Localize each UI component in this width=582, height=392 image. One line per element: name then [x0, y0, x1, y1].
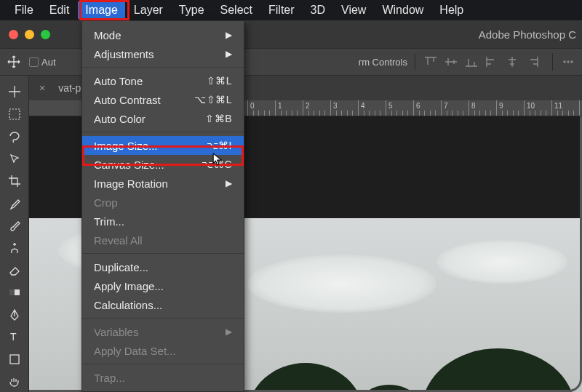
- ruler-tick: 9: [496, 100, 497, 116]
- menu-item-shortcut: ⇧⌘L: [207, 75, 232, 87]
- menu-window[interactable]: Window: [375, 1, 431, 19]
- menu-item-label: Image Size...: [94, 140, 158, 152]
- menu-item-reveal-all: Reveal All: [82, 231, 244, 249]
- menu-filter[interactable]: Filter: [261, 1, 302, 19]
- eyedropper-tool[interactable]: [4, 193, 25, 214]
- menu-item-trim[interactable]: Trim...: [82, 212, 244, 231]
- ruler-tick: 5: [386, 100, 386, 116]
- crop-tool[interactable]: [4, 171, 25, 192]
- traffic-lights: [9, 30, 50, 39]
- menu-item-shortcut: ⌥⇧⌘L: [194, 94, 232, 105]
- menu-edit[interactable]: Edit: [42, 1, 77, 19]
- menu-item-label: Crop: [94, 196, 118, 209]
- align-left-icon[interactable]: [484, 55, 500, 68]
- minimize-window-button[interactable]: [25, 30, 34, 39]
- menu-item-label: Apply Image...: [94, 280, 164, 292]
- menu-item-trap: Trap...: [82, 368, 244, 387]
- menu-item-duplicate[interactable]: Duplicate...: [82, 257, 244, 276]
- svg-point-0: [564, 61, 565, 63]
- menu-item-label: Apply Data Set...: [94, 345, 176, 357]
- align-hcenter-icon[interactable]: [504, 55, 520, 68]
- menu-item-label: Auto Contrast: [94, 94, 161, 106]
- eraser-tool[interactable]: [4, 260, 25, 281]
- zoom-window-button[interactable]: [41, 30, 50, 39]
- submenu-arrow-icon: ▶: [226, 30, 232, 40]
- menu-view[interactable]: View: [334, 1, 373, 19]
- move-tool[interactable]: [4, 81, 25, 103]
- menu-item-apply-data-set: Apply Data Set...: [82, 341, 244, 360]
- lasso-tool[interactable]: [4, 126, 25, 147]
- auto-select-checkbox[interactable]: Aut: [29, 57, 56, 68]
- move-tool-icon[interactable]: [6, 54, 22, 70]
- menu-item-shortcut: ⇧⌘B: [205, 113, 232, 124]
- align-bottom-icon[interactable]: [463, 55, 479, 68]
- tab-filename[interactable]: vat-p: [58, 82, 81, 94]
- close-window-button[interactable]: [9, 30, 18, 39]
- menu-item-auto-color[interactable]: Auto Color⇧⌘B: [82, 109, 244, 128]
- hand-tool[interactable]: [4, 371, 25, 392]
- menu-item-label: Auto Tone: [94, 75, 143, 87]
- ruler-tick: 10: [524, 100, 525, 116]
- menu-item-mode[interactable]: Mode▶: [82, 25, 244, 44]
- menu-item-auto-tone[interactable]: Auto Tone⇧⌘L: [82, 71, 244, 90]
- menu-type[interactable]: Type: [172, 1, 212, 19]
- window-title: Adobe Photoshop C: [479, 28, 576, 41]
- menu-item-image-rotation[interactable]: Image Rotation▶: [82, 174, 244, 193]
- menu-item-calculations[interactable]: Calculations...: [82, 295, 244, 314]
- menu-image[interactable]: Image: [78, 1, 124, 19]
- menu-item-label: Adjustments: [94, 48, 154, 60]
- menu-item-label: Trim...: [94, 215, 124, 228]
- ruler-tick: 11: [551, 100, 552, 116]
- menu-item-label: Image Rotation: [94, 177, 168, 190]
- marquee-tool[interactable]: [4, 104, 25, 125]
- image-menu-dropdown: Mode▶Adjustments▶Auto Tone⇧⌘LAuto Contra…: [81, 20, 244, 392]
- submenu-arrow-icon: ▶: [226, 327, 232, 337]
- quick-select-tool[interactable]: [4, 148, 25, 169]
- menu-file[interactable]: File: [7, 1, 41, 19]
- menu-item-label: Calculations...: [94, 299, 162, 311]
- ruler-tick: 3: [330, 100, 331, 116]
- ruler-tick: 12: [579, 100, 580, 116]
- align-buttons: [423, 55, 541, 68]
- separator: [415, 53, 415, 71]
- menu-item-variables: Variables▶: [82, 322, 244, 341]
- menu-item-label: Trap...: [94, 372, 125, 384]
- menu-item-crop: Crop: [82, 193, 244, 212]
- os-menubar: File Edit Image Layer Type Select Filter…: [0, 0, 582, 20]
- separator: [552, 53, 553, 71]
- ruler-tick: 0: [247, 100, 248, 116]
- menu-layer[interactable]: Layer: [127, 1, 170, 19]
- more-options-icon[interactable]: [560, 55, 576, 68]
- auto-select-label: Aut: [41, 57, 56, 68]
- menu-select[interactable]: Select: [213, 1, 260, 19]
- brush-tool[interactable]: [4, 215, 25, 236]
- transform-controls-label: rm Controls: [359, 57, 407, 68]
- ruler-tick: 7: [441, 100, 442, 116]
- submenu-arrow-icon: ▶: [226, 49, 232, 59]
- menu-item-apply-image[interactable]: Apply Image...: [82, 276, 244, 295]
- type-tool[interactable]: T: [4, 327, 25, 348]
- menu-item-label: Variables: [94, 326, 138, 338]
- close-tab-icon[interactable]: ×: [39, 82, 45, 94]
- svg-rect-3: [9, 109, 20, 119]
- svg-point-2: [571, 61, 573, 63]
- menu-item-auto-contrast[interactable]: Auto Contrast⌥⇧⌘L: [82, 90, 244, 109]
- menu-3d[interactable]: 3D: [303, 1, 332, 19]
- menu-item-label: Duplicate...: [94, 261, 148, 273]
- gradient-tool[interactable]: [4, 282, 25, 303]
- align-right-icon[interactable]: [525, 55, 541, 68]
- pen-tool[interactable]: [4, 304, 25, 325]
- align-top-icon[interactable]: [423, 55, 439, 68]
- menu-item-label: Canvas Size...: [94, 159, 164, 171]
- svg-point-1: [567, 61, 569, 63]
- svg-text:T: T: [10, 331, 17, 343]
- menu-item-adjustments[interactable]: Adjustments▶: [82, 44, 244, 63]
- ruler-tick: 4: [358, 100, 359, 116]
- ruler-tick: 1: [275, 100, 276, 116]
- shape-tool[interactable]: [4, 349, 25, 370]
- clone-tool[interactable]: [4, 237, 25, 258]
- menu-item-label: Reveal All: [94, 234, 143, 247]
- mouse-cursor-icon: [212, 153, 226, 166]
- align-vcenter-icon[interactable]: [443, 55, 459, 68]
- menu-help[interactable]: Help: [432, 1, 471, 19]
